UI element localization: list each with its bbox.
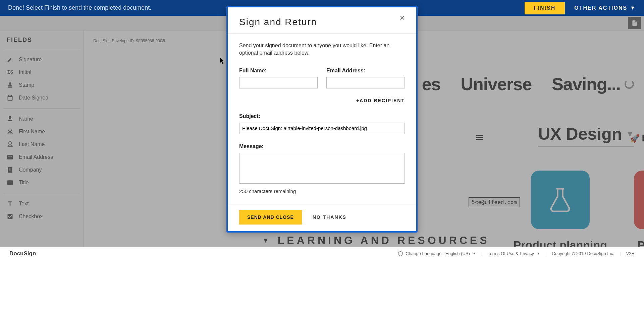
field-label: First Name <box>19 129 45 135</box>
modal-header: Sign and Return × <box>228 7 416 34</box>
finish-button[interactable]: FINISH <box>525 2 565 14</box>
chevron-down-icon: ▼ <box>630 5 636 11</box>
message-block: Message: 250 characters remaining <box>239 143 405 194</box>
bg-word: Universe <box>461 74 532 94</box>
fields-sidebar: FIELDS Signature DS Initial Stamp Date S… <box>0 30 84 247</box>
field-label: Date Signed <box>19 95 48 101</box>
full-name-label: Full Name: <box>239 68 318 74</box>
field-signature[interactable]: Signature <box>3 53 80 66</box>
calendar-icon <box>7 94 13 101</box>
chevron-down-icon: ▼ <box>262 237 272 244</box>
sidebar-group-input: Text Checkbox <box>3 193 80 227</box>
other-actions-label: OTHER ACTIONS <box>574 5 627 11</box>
message-label: Message: <box>239 143 405 149</box>
learning-label: LEARNING AND RESOURCES <box>278 234 490 247</box>
field-label: Checkbox <box>19 213 43 219</box>
person-icon <box>7 116 13 122</box>
footer-right: Change Language - English (US) ▼ | Terms… <box>398 251 635 256</box>
sidebar-group-identity: Name First Name Last Name Email Address … <box>3 108 80 193</box>
field-title[interactable]: Title <box>3 176 80 189</box>
pen-icon <box>7 56 13 63</box>
globe-icon <box>398 251 403 256</box>
field-first-name[interactable]: First Name <box>3 125 80 138</box>
field-checkbox[interactable]: Checkbox <box>3 210 80 223</box>
subject-block: Subject: <box>239 113 405 134</box>
bg-word: es <box>422 74 441 94</box>
field-label: Signature <box>19 57 42 63</box>
person-outline-icon <box>7 128 13 135</box>
initial-icon: DS <box>7 69 13 76</box>
field-label: Stamp <box>19 82 34 88</box>
pi-label: Pi <box>642 133 644 144</box>
no-thanks-button[interactable]: NO THANKS <box>313 214 346 220</box>
tile-label: Pr <box>634 239 644 247</box>
email-input[interactable] <box>326 77 405 88</box>
brand-logo: DocuSign <box>9 250 36 257</box>
field-date-signed[interactable]: Date Signed <box>3 91 80 104</box>
chevron-down-icon: ▼ <box>537 252 540 255</box>
bg-saving: Saving... <box>552 74 621 94</box>
sidebar-heading: FIELDS <box>0 37 84 49</box>
version-text: V2R <box>626 251 635 256</box>
status-text: Done! Select Finish to send the complete… <box>8 4 151 11</box>
other-actions-dropdown[interactable]: OTHER ACTIONS ▼ <box>574 5 636 11</box>
modal-footer: SEND AND CLOSE NO THANKS <box>228 204 416 231</box>
sign-return-modal: Sign and Return × Send your signed docum… <box>226 6 418 233</box>
secondary-tile: Pr <box>634 171 644 247</box>
stamp-icon <box>7 82 13 88</box>
sidebar-group-signature: Signature DS Initial Stamp Date Signed <box>3 49 80 108</box>
pins-label: 🚀 Pi <box>630 133 644 144</box>
chevron-down-icon: ▼ <box>473 252 476 255</box>
briefcase-icon <box>7 179 13 186</box>
field-last-name[interactable]: Last Name <box>3 138 80 151</box>
tile-label: Product planning <box>513 239 607 247</box>
text-icon <box>7 200 13 207</box>
person-outline-icon <box>7 141 13 148</box>
send-and-close-button[interactable]: SEND AND CLOSE <box>239 210 302 225</box>
field-label: Name <box>19 116 33 122</box>
characters-remaining: 250 characters remaining <box>239 188 405 194</box>
field-name[interactable]: Name <box>3 113 80 125</box>
building-icon <box>7 167 13 173</box>
footer: DocuSign Change Language - English (US) … <box>0 247 644 260</box>
full-name-input[interactable] <box>239 77 318 88</box>
red-tile-icon <box>634 171 644 229</box>
modal-title: Sign and Return <box>239 17 317 27</box>
full-name-field: Full Name: <box>239 68 318 88</box>
message-textarea[interactable] <box>239 153 405 184</box>
flask-tile-icon <box>531 171 590 229</box>
copyright-text: Copyright © 2019 DocuSign Inc. <box>552 251 614 256</box>
field-label: Title <box>19 180 29 186</box>
field-label: Last Name <box>19 141 45 147</box>
modal-description: Send your signed document to anyone you … <box>239 42 405 57</box>
spinner-icon <box>625 79 634 89</box>
hamburger-icon <box>476 134 483 141</box>
product-planning-tile: Product planning <box>513 171 607 247</box>
checkbox-icon <box>7 213 13 220</box>
field-label: Email Address <box>19 154 53 160</box>
email-snippet: 5ce@uifeed.com <box>469 197 520 207</box>
field-company[interactable]: Company <box>3 164 80 176</box>
document-panel-button[interactable] <box>628 17 641 29</box>
field-stamp[interactable]: Stamp <box>3 79 80 91</box>
terms-link[interactable]: Terms Of Use & Privacy <box>488 251 534 256</box>
bg-title-row: es Universe Saving... <box>422 74 634 94</box>
modal-body: Send your signed document to anyone you … <box>228 34 416 204</box>
change-language-link[interactable]: Change Language - English (US) <box>406 251 470 256</box>
subject-input[interactable] <box>239 123 405 134</box>
learning-heading: ▼ LEARNING AND RESOURCES <box>262 234 490 247</box>
field-email[interactable]: Email Address <box>3 151 80 164</box>
document-icon <box>631 20 638 26</box>
ux-design-label: UX Design <box>538 124 622 144</box>
field-text[interactable]: Text <box>3 197 80 210</box>
email-field: Email Address: <box>326 68 405 88</box>
field-label: Company <box>19 167 42 173</box>
field-label: Initial <box>19 69 31 75</box>
rocket-icon: 🚀 <box>630 134 640 143</box>
recipient-field-row: Full Name: Email Address: <box>239 68 405 88</box>
add-recipient-button[interactable]: +ADD RECIPIENT <box>239 98 405 103</box>
field-initial[interactable]: DS Initial <box>3 66 80 79</box>
email-label: Email Address: <box>326 68 405 74</box>
subject-label: Subject: <box>239 113 405 119</box>
close-icon[interactable]: × <box>400 13 405 22</box>
